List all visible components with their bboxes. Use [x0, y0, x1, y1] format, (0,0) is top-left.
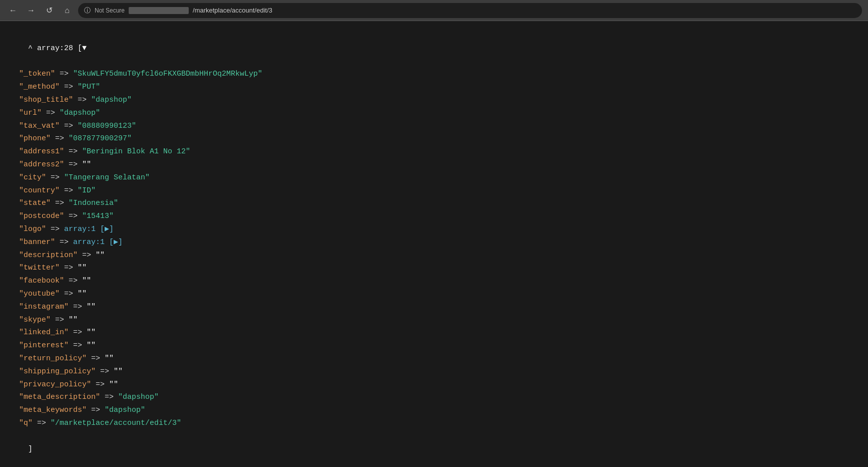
- not-secure-label: Not Secure: [95, 7, 125, 14]
- dump-row: "tax_vat" => "08880990123": [10, 120, 858, 133]
- dump-row: "pinterest" => "": [10, 339, 858, 352]
- dump-row: "shop_title" => "dapshop": [10, 94, 858, 107]
- dump-row: "logo" => array:1 [▶]: [10, 223, 858, 236]
- reload-button[interactable]: ↺: [42, 4, 56, 18]
- dump-row: "linked_in" => "": [10, 326, 858, 339]
- dump-row: "city" => "Tangerang Selatan": [10, 171, 858, 184]
- browser-toolbar: ← → ↺ ⌂ ⓘ Not Secure /marketplace/accoun…: [0, 0, 868, 21]
- dump-row: "banner" => array:1 [▶]: [10, 236, 858, 249]
- dump-header-line: ^ array:28 [▼: [10, 29, 858, 68]
- dump-row: "instagram" => "": [10, 301, 858, 314]
- collapse-indicator[interactable]: ^: [28, 44, 37, 53]
- dump-row: "description" => "": [10, 249, 858, 262]
- dump-row: "youtube" => "": [10, 288, 858, 301]
- dump-row: "twitter" => "": [10, 262, 858, 275]
- dump-row: "meta_keywords" => "dapshop": [10, 404, 858, 417]
- security-icon: ⓘ: [84, 6, 91, 15]
- dump-footer: ]: [28, 445, 33, 453]
- dump-row: "_method" => "PUT": [10, 81, 858, 94]
- dump-row: "state" => "Indonesia": [10, 197, 858, 210]
- dump-rows: "_token" => "SkuWLFY5dmuT0yfcl6oFKXGBDmb…: [10, 68, 858, 429]
- dump-row: "postcode" => "15413": [10, 210, 858, 223]
- dump-footer-line: ]: [10, 430, 858, 467]
- dump-row: "address2" => "": [10, 158, 858, 171]
- dump-row: "country" => "ID": [10, 184, 858, 197]
- debug-dump-content: ^ array:28 [▼ "_token" => "SkuWLFY5dmuT0…: [0, 21, 868, 467]
- home-button[interactable]: ⌂: [60, 4, 74, 18]
- forward-button[interactable]: →: [24, 4, 38, 18]
- dump-row: "_token" => "SkuWLFY5dmuT0yfcl6oFKXGBDmb…: [10, 68, 858, 81]
- dump-row: "q" => "/marketplace/account/edit/3": [10, 417, 858, 430]
- array-header: array:28 [▼: [37, 44, 87, 53]
- dump-row: "shipping_policy" => "": [10, 365, 858, 378]
- dump-row: "url" => "dapshop": [10, 107, 858, 120]
- dump-row: "skype" => "": [10, 314, 858, 327]
- dump-row: "address1" => "Beringin Blok A1 No 12": [10, 145, 858, 158]
- url-redacted: [129, 7, 189, 15]
- url-suffix: /marketplace/account/edit/3: [193, 7, 272, 14]
- dump-row: "facebook" => "": [10, 275, 858, 288]
- dump-row: "privacy_policy" => "": [10, 378, 858, 391]
- dump-row: "meta_description" => "dapshop": [10, 391, 858, 404]
- dump-row: "return_policy" => "": [10, 352, 858, 365]
- address-bar[interactable]: ⓘ Not Secure /marketplace/account/edit/3: [78, 3, 862, 18]
- dump-row: "phone" => "087877900297": [10, 132, 858, 145]
- back-button[interactable]: ←: [6, 4, 20, 18]
